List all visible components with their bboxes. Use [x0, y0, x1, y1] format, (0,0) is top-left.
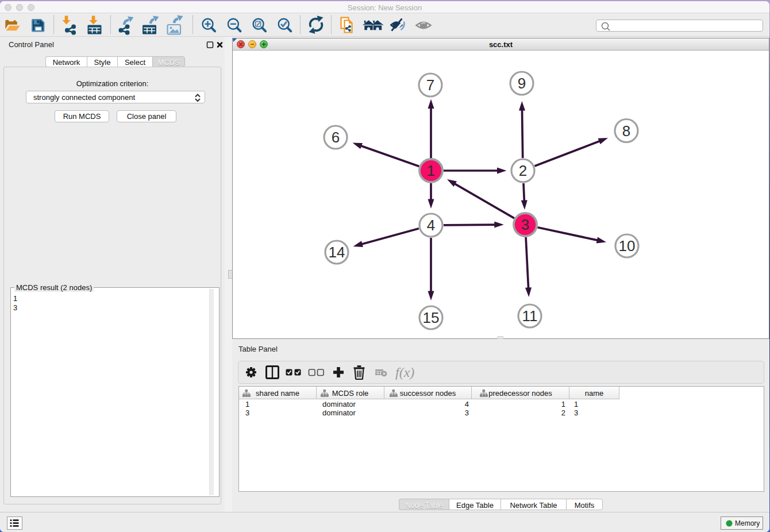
svg-text:11: 11: [522, 307, 538, 325]
svg-text:1: 1: [427, 162, 435, 179]
svg-text:14: 14: [329, 244, 345, 261]
svg-text:4: 4: [427, 217, 435, 234]
svg-text:8: 8: [622, 122, 630, 140]
svg-text:10: 10: [619, 237, 636, 255]
svg-text:7: 7: [426, 76, 434, 94]
svg-text:15: 15: [423, 309, 440, 326]
svg-text:2: 2: [519, 162, 527, 179]
svg-text:3: 3: [521, 216, 529, 233]
svg-text:6: 6: [332, 129, 340, 146]
svg-text:f(x): f(x): [395, 365, 414, 380]
svg-text:9: 9: [518, 75, 526, 92]
